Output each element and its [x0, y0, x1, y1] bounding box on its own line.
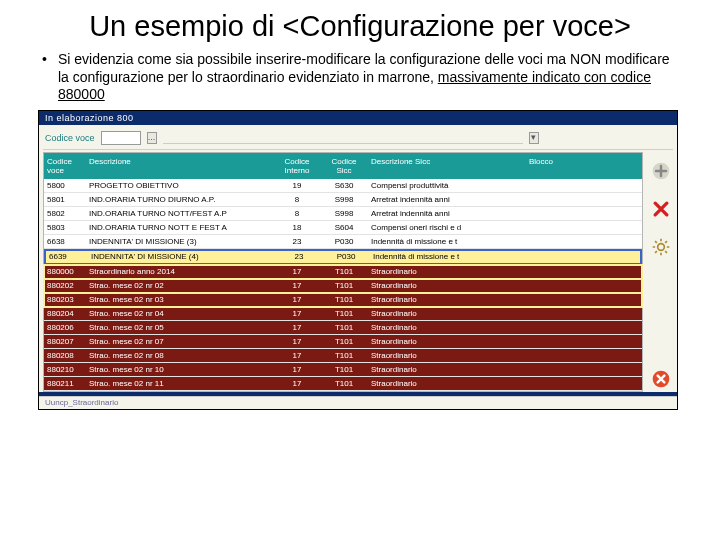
- separator: [43, 149, 673, 150]
- cell-int: 17: [274, 267, 320, 276]
- cell-int: 17: [274, 295, 320, 304]
- bullet-block: • Si evidenzia come sia possibile inseri…: [0, 51, 720, 110]
- cell-desc: Strao. mese 02 nr 04: [86, 309, 274, 318]
- cell-desc: IND.ORARIA TURNO NOTT E FEST A: [86, 223, 274, 232]
- cell-code: 5800: [44, 181, 86, 190]
- cell-sicc: T101: [320, 309, 368, 318]
- col-head-code: Codice voce: [44, 157, 86, 175]
- dropdown-icon[interactable]: ▾: [529, 132, 539, 144]
- cell-code: 5803: [44, 223, 86, 232]
- table-row[interactable]: 6638INDENNITA' DI MISSIONE (3)23P030Inde…: [44, 235, 642, 249]
- cell-dsic: Indennità di missione e t: [368, 237, 516, 246]
- table-row[interactable]: 880206Strao. mese 02 nr 0517T101Straordi…: [44, 321, 642, 335]
- right-rail: [649, 159, 673, 391]
- cell-desc: INDENNITA' DI MISSIONE (4): [88, 252, 276, 261]
- col-head-desc: Descrizione: [86, 157, 274, 175]
- cell-code: 880202: [44, 281, 86, 290]
- cell-sicc: P030: [320, 237, 368, 246]
- grid: Codice voce Descrizione Codice Interno C…: [43, 152, 643, 392]
- table-row[interactable]: 880000Straordinario anno 201417T101Strao…: [44, 265, 642, 279]
- cell-int: 17: [274, 323, 320, 332]
- cell-sicc: S998: [320, 195, 368, 204]
- cell-sicc: T101: [320, 281, 368, 290]
- table-row[interactable]: 6639INDENNITA' DI MISSIONE (4)23P030Inde…: [44, 249, 642, 265]
- cell-desc: IND.ORARIA TURNO NOTT/FEST A.P: [86, 209, 274, 218]
- table-row[interactable]: 5802IND.ORARIA TURNO NOTT/FEST A.P8S998A…: [44, 207, 642, 221]
- table-row[interactable]: 880210Strao. mese 02 nr 1017T101Straordi…: [44, 363, 642, 377]
- col-head-sicc: Codice Sicc: [320, 157, 368, 175]
- cell-dsic: Straordinario: [368, 365, 516, 374]
- cell-int: 17: [274, 365, 320, 374]
- cell-dsic: Straordinario: [368, 323, 516, 332]
- cell-sicc: P030: [322, 252, 370, 261]
- footer-text: Uuncp_Straordinario: [39, 396, 677, 409]
- titlebar: In elaborazione 800: [39, 111, 677, 125]
- cell-desc: Straordinario anno 2014: [86, 267, 274, 276]
- lookup-button[interactable]: ...: [147, 132, 157, 144]
- cell-dsic: Arretrat indennità anni: [368, 195, 516, 204]
- cell-dsic: Indennità di missione e t: [370, 252, 518, 261]
- table-row[interactable]: 880208Strao. mese 02 nr 0817T101Straordi…: [44, 349, 642, 363]
- cell-desc: Strao. mese 02 nr 07: [86, 337, 274, 346]
- cell-code: 6638: [44, 237, 86, 246]
- cell-code: 880206: [44, 323, 86, 332]
- cell-int: 18: [274, 223, 320, 232]
- cell-desc: Strao. mese 02 nr 08: [86, 351, 274, 360]
- bullet-text: Si evidenzia come sia possibile inserire…: [58, 51, 678, 104]
- table-row[interactable]: 880203Strao. mese 02 nr 0317T101Straordi…: [44, 293, 642, 307]
- cell-dsic: Straordinario: [368, 267, 516, 276]
- cell-sicc: S998: [320, 209, 368, 218]
- slide-title: Un esempio di <Configurazione per voce>: [0, 0, 720, 51]
- cell-dsic: Straordinario: [368, 281, 516, 290]
- cell-int: 23: [274, 237, 320, 246]
- table-row[interactable]: 5800PROGETTO OBIETTIVO19S630Compensi pro…: [44, 179, 642, 193]
- cell-sicc: T101: [320, 351, 368, 360]
- cell-dsic: Compensi produttività: [368, 181, 516, 190]
- cell-sicc: T101: [320, 323, 368, 332]
- add-icon[interactable]: [649, 159, 673, 183]
- codice-desc-field[interactable]: [163, 132, 523, 144]
- cell-desc: INDENNITA' DI MISSIONE (3): [86, 237, 274, 246]
- cancel-icon[interactable]: [649, 367, 673, 391]
- gear-icon[interactable]: [649, 235, 673, 259]
- col-head-int: Codice Interno: [274, 157, 320, 175]
- table-row[interactable]: 880211Strao. mese 02 nr 1117T101Straordi…: [44, 377, 642, 391]
- cell-desc: Strao. mese 02 nr 02: [86, 281, 274, 290]
- codice-label: Codice voce: [45, 133, 95, 143]
- cell-dsic: Straordinario: [368, 295, 516, 304]
- cell-sicc: T101: [320, 379, 368, 388]
- table-row[interactable]: 5801IND.ORARIA TURNO DIURNO A.P.8S998Arr…: [44, 193, 642, 207]
- cell-desc: Strao. mese 02 nr 11: [86, 379, 274, 388]
- cell-desc: Strao. mese 02 nr 10: [86, 365, 274, 374]
- cell-dsic: Straordinario: [368, 309, 516, 318]
- cell-dsic: Straordinario: [368, 379, 516, 388]
- cell-dsic: Arretrat indennità anni: [368, 209, 516, 218]
- table-row[interactable]: 880202Strao. mese 02 nr 0217T101Straordi…: [44, 279, 642, 293]
- codice-row: Codice voce ... ▾: [39, 125, 677, 149]
- cell-code: 880211: [44, 379, 86, 388]
- delete-icon[interactable]: [649, 197, 673, 221]
- table-row[interactable]: 880207Strao. mese 02 nr 0717T101Straordi…: [44, 335, 642, 349]
- cell-code: 880203: [44, 295, 86, 304]
- table-row[interactable]: 5803IND.ORARIA TURNO NOTT E FEST A18S604…: [44, 221, 642, 235]
- cell-code: 880207: [44, 337, 86, 346]
- cell-sicc: T101: [320, 337, 368, 346]
- cell-dsic: Straordinario: [368, 351, 516, 360]
- cell-desc: PROGETTO OBIETTIVO: [86, 181, 274, 190]
- cell-code: 5802: [44, 209, 86, 218]
- cell-desc: IND.ORARIA TURNO DIURNO A.P.: [86, 195, 274, 204]
- cell-sicc: S604: [320, 223, 368, 232]
- cell-code: 5801: [44, 195, 86, 204]
- table-row[interactable]: 880204Strao. mese 02 nr 0417T101Straordi…: [44, 307, 642, 321]
- cell-int: 17: [274, 281, 320, 290]
- cell-int: 17: [274, 309, 320, 318]
- svg-point-1: [658, 243, 665, 250]
- cell-sicc: T101: [320, 267, 368, 276]
- codice-input[interactable]: [101, 131, 141, 145]
- cell-code: 880000: [44, 267, 86, 276]
- col-head-blk: Blocco: [516, 157, 566, 175]
- cell-code: 6639: [46, 252, 88, 261]
- cell-int: 8: [274, 209, 320, 218]
- bullet-dot: •: [42, 51, 58, 104]
- cell-sicc: S630: [320, 181, 368, 190]
